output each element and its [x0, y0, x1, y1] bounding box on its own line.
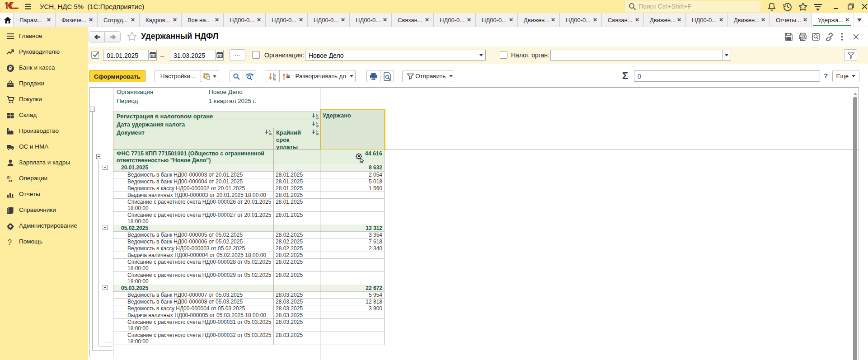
svg-text:?: ?	[8, 238, 12, 246]
svg-text:₽: ₽	[9, 65, 12, 71]
svg-text:Кт: Кт	[9, 179, 13, 183]
